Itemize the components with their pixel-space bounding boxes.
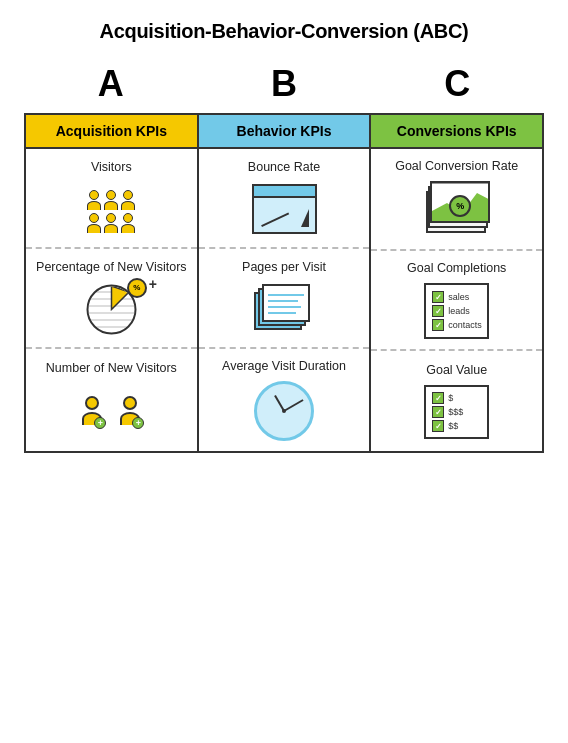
- num-new-visitors-label: Number of New Visitors: [46, 361, 177, 375]
- bounce-rate-icon: [205, 182, 364, 237]
- check-label-leads: leads: [448, 306, 470, 316]
- goal-value-cell: Goal Value ✓ $ ✓ $$$ ✓ $$: [371, 351, 542, 451]
- acquisition-col: Visitors Percentage of New Visitors: [26, 149, 199, 451]
- bounce-rate-label: Bounce Rate: [248, 160, 320, 174]
- check-row-dollar1: ✓ $: [432, 392, 481, 404]
- check-label-dollar1: $: [448, 393, 453, 403]
- visitors-icon: [32, 182, 191, 237]
- person-icon-4: [87, 213, 101, 233]
- acquisition-header: Acquisition KPIs: [26, 115, 199, 149]
- goal-value-graphic: ✓ $ ✓ $$$ ✓ $$: [424, 385, 489, 439]
- goal-conversion-icon: %: [377, 181, 536, 239]
- check-label-dollar3: $$: [448, 421, 458, 431]
- goal-value-label: Goal Value: [426, 363, 487, 377]
- plus-circle-2: +: [132, 417, 144, 429]
- goal-conversion-graphic: %: [424, 181, 489, 239]
- col-a-letter: A: [31, 63, 191, 105]
- conversions-col: Goal Conversion Rate: [371, 149, 542, 451]
- check-row-contacts: ✓ contacts: [432, 319, 481, 331]
- kpi-body: Visitors Percentage of New Visitors: [26, 149, 542, 451]
- checklist-graphic: ✓ sales ✓ leads ✓ contacts: [424, 283, 489, 339]
- check-label-dollar2: $$$: [448, 407, 463, 417]
- pages-graphic: [254, 284, 314, 334]
- check-label-contacts: contacts: [448, 320, 482, 330]
- goal-conversion-cell: Goal Conversion Rate: [371, 149, 542, 251]
- person-icon-5: [104, 213, 118, 233]
- pages-visit-icon: [205, 282, 364, 337]
- check-row-dollar3: ✓ $$: [432, 420, 481, 432]
- conversion-header: Conversions KPIs: [371, 115, 542, 149]
- col-c-letter: C: [377, 63, 537, 105]
- goal-conversion-label: Goal Conversion Rate: [395, 159, 518, 173]
- avg-visit-label: Average Visit Duration: [222, 359, 346, 373]
- num-new-visitors-cell: Number of New Visitors + +: [26, 349, 197, 449]
- num-new-visitors-icon: + +: [32, 383, 191, 438]
- check-row-sales: ✓ sales: [432, 291, 481, 303]
- plus-sign: +: [149, 276, 157, 292]
- behavior-header: Behavior KPIs: [199, 115, 372, 149]
- person-icon-2: [104, 190, 118, 210]
- avg-visit-icon: [205, 381, 364, 441]
- col-b-letter: B: [204, 63, 364, 105]
- visitors-cell: Visitors: [26, 149, 197, 249]
- kpi-table: Acquisition KPIs Behavior KPIs Conversio…: [24, 113, 544, 453]
- check-label-sales: sales: [448, 292, 469, 302]
- goal-completions-icon: ✓ sales ✓ leads ✓ contacts: [377, 283, 536, 339]
- person-icon-3: [121, 190, 135, 210]
- percent-badge: %: [127, 278, 147, 298]
- goal-completions-label: Goal Completions: [407, 261, 506, 275]
- bounce-rate-graphic: [252, 184, 317, 234]
- check-row-leads: ✓ leads: [432, 305, 481, 317]
- person-icon-1: [87, 190, 101, 210]
- page-title: Acquisition-Behavior-Conversion (ABC): [100, 20, 469, 43]
- visitors-label: Visitors: [91, 160, 132, 174]
- bounce-rate-cell: Bounce Rate: [199, 149, 370, 249]
- clock-graphic: [254, 381, 314, 441]
- kpi-headers: Acquisition KPIs Behavior KPIs Conversio…: [26, 115, 542, 149]
- behavior-col: Bounce Rate Pages per Visit: [199, 149, 372, 451]
- pct-new-visitors-cell: Percentage of New Visitors: [26, 249, 197, 349]
- pages-visit-label: Pages per Visit: [242, 260, 326, 274]
- pct-new-visitors-icon: % +: [32, 282, 191, 337]
- check-row-dollar2: ✓ $$$: [432, 406, 481, 418]
- column-letters: A B C: [24, 63, 544, 105]
- plus-circle-1: +: [94, 417, 106, 429]
- goal-completions-cell: Goal Completions ✓ sales ✓ leads ✓: [371, 251, 542, 351]
- person-icon-6: [121, 213, 135, 233]
- pages-visit-cell: Pages per Visit: [199, 249, 370, 349]
- pct-new-visitors-label: Percentage of New Visitors: [36, 260, 187, 274]
- goal-value-icon: ✓ $ ✓ $$$ ✓ $$: [377, 385, 536, 440]
- avg-visit-cell: Average Visit Duration: [199, 349, 370, 451]
